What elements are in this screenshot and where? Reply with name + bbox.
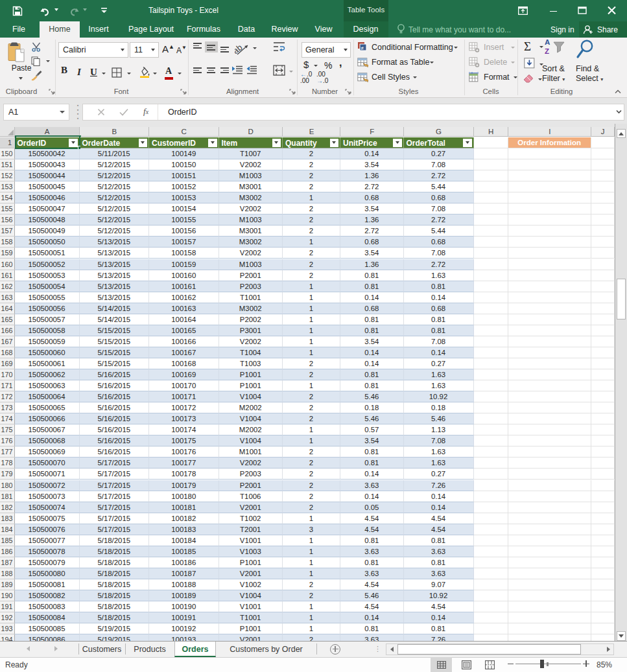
svg-text:≠: ≠	[361, 45, 364, 51]
svg-text:ab: ab	[235, 42, 244, 56]
